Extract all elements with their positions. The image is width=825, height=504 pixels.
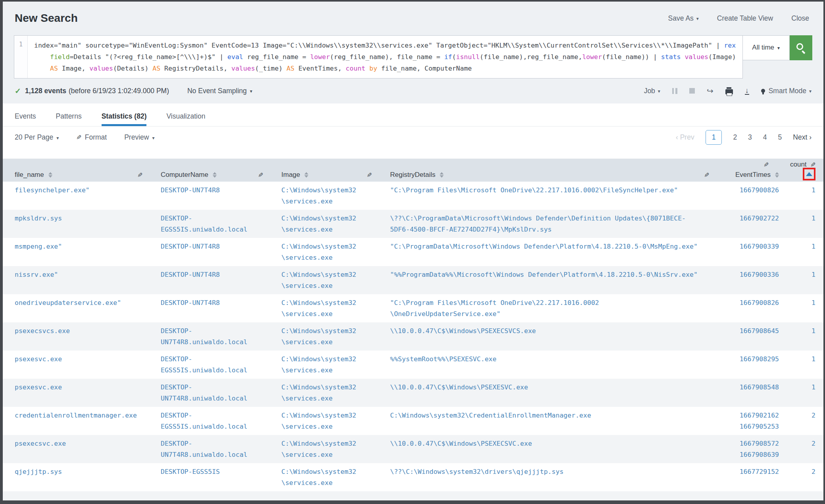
page-button-3[interactable]: 3 [748, 133, 752, 142]
cell-image[interactable]: C:\Windows\system32\services.exe [281, 269, 390, 292]
cell-file-name[interactable]: psexecsvcs.exe [15, 326, 161, 348]
column-header-event-times[interactable]: ✎ EventTimes [712, 159, 779, 182]
cell-event-times[interactable]: 1667908295 [712, 354, 779, 376]
cell-file-name[interactable]: msmpeng.exe" [15, 241, 161, 264]
cell-image[interactable]: C:\Windows\system32\services.exe [281, 382, 390, 404]
job-menu[interactable]: Job ▾ [644, 87, 660, 95]
cell-event-times[interactable]: 1667729152 [712, 466, 779, 489]
cell-count[interactable]: 1 [779, 382, 815, 404]
cell-computer-name[interactable]: DESKTOP-UN7T4R8.uniwaldo.local [161, 382, 281, 404]
cell-registry-details[interactable]: C:\Windows\system32\CredentialEnrollment… [390, 410, 712, 433]
per-page-menu[interactable]: 20 Per Page ▾ [15, 133, 59, 142]
cell-image[interactable]: C:\Windows\system32\services.exe [281, 297, 390, 320]
share-icon[interactable]: ↪ [707, 86, 713, 96]
cell-event-times[interactable]: 1667908645 [712, 326, 779, 348]
pencil-icon[interactable]: ✎ [367, 171, 372, 179]
cell-image[interactable]: C:\Windows\system32\services.exe [281, 241, 390, 264]
tab-visualization[interactable]: Visualization [166, 112, 205, 126]
pencil-icon[interactable]: ✎ [258, 171, 263, 179]
cell-image[interactable]: C:\Windows\system32\services.exe [281, 466, 390, 489]
cell-file-name[interactable]: psexecsvc.exe [15, 438, 161, 461]
cell-computer-name[interactable]: DESKTOP-EGSS5IS [161, 466, 281, 489]
sort-icon[interactable] [48, 172, 52, 178]
cell-file-name[interactable]: filesynchelper.exe" [15, 185, 161, 207]
cell-computer-name[interactable]: DESKTOP-UN7T4R8 [161, 297, 281, 320]
cell-count[interactable]: 1 [779, 354, 815, 376]
pencil-icon[interactable]: ✎ [137, 171, 142, 179]
cell-event-times[interactable]: 1667902722 [712, 213, 779, 236]
column-header-file-name[interactable]: file_name ✎ [15, 159, 161, 182]
cell-event-times[interactable]: 16679085721667908639 [712, 438, 779, 461]
pencil-icon[interactable]: ✎ [704, 171, 709, 179]
cell-file-name[interactable]: mpksldrv.sys [15, 213, 161, 236]
cell-file-name[interactable]: psexesvc.exe [15, 382, 161, 404]
column-header-computer-name[interactable]: ComputerName ✎ [161, 159, 281, 182]
create-table-view-button[interactable]: Create Table View [717, 14, 773, 23]
search-query[interactable]: index="main" sourcetype="WinEventLog:Sys… [28, 36, 742, 78]
cell-event-times[interactable]: 1667908548 [712, 382, 779, 404]
close-button[interactable]: Close [791, 14, 809, 23]
page-button-5[interactable]: 5 [778, 133, 782, 142]
cell-registry-details[interactable]: \\10.0.0.47\C$\Windows\PSEXECSVC.exe [390, 438, 712, 461]
page-button-4[interactable]: 4 [763, 133, 767, 142]
sort-icon[interactable] [440, 172, 444, 178]
cell-count[interactable]: 1 [779, 241, 815, 264]
cell-registry-details[interactable]: \\10.0.0.47\C$\Windows\PSEXESVC.exe [390, 382, 712, 404]
cell-registry-details[interactable]: "C:\Program Files\Microsoft OneDrive\22.… [390, 297, 712, 320]
cell-computer-name[interactable]: DESKTOP-UN7T4R8 [161, 241, 281, 264]
page-button-1[interactable]: 1 [706, 130, 722, 145]
sort-icon[interactable] [304, 172, 308, 178]
tab-statistics[interactable]: Statistics (82) [102, 112, 147, 126]
cell-image[interactable]: C:\Windows\system32\services.exe [281, 326, 390, 348]
cell-registry-details[interactable]: %%SystemRoot%%\PSEXESVC.exe [390, 354, 712, 376]
cell-computer-name[interactable]: DESKTOP-EGSS5IS.uniwaldo.local [161, 213, 281, 236]
save-as-button[interactable]: Save As ▾ [668, 14, 699, 23]
cell-image[interactable]: C:\Windows\system32\services.exe [281, 410, 390, 433]
pencil-icon[interactable]: ✎ [763, 161, 769, 169]
cell-registry-details[interactable]: \??\C:\Windows\system32\drivers\qjejjjtp… [390, 466, 712, 489]
cell-image[interactable]: C:\Windows\system32\services.exe [281, 213, 390, 236]
cell-count[interactable]: 1 [779, 185, 815, 207]
stop-icon[interactable] [689, 88, 695, 94]
cell-registry-details[interactable]: \\10.0.0.47\C$\Windows\PSEXECSVCS.exe [390, 326, 712, 348]
export-icon[interactable]: ↓ [745, 87, 749, 95]
cell-file-name[interactable]: onedriveupdaterservice.exe" [15, 297, 161, 320]
cell-event-times[interactable]: 1667900826 [712, 297, 779, 320]
cell-event-times[interactable]: 1667900826 [712, 185, 779, 207]
sort-icon[interactable] [213, 172, 217, 178]
column-header-registry-details[interactable]: RegistryDetails ✎ [390, 159, 712, 182]
next-page-button[interactable]: Next › [793, 133, 812, 142]
cell-count[interactable]: 1 [779, 326, 815, 348]
cell-count[interactable]: 1 [779, 269, 815, 292]
cell-computer-name[interactable]: DESKTOP-UN7T4R8.uniwaldo.local [161, 438, 281, 461]
sort-icon[interactable] [775, 172, 779, 178]
event-sampling-menu[interactable]: No Event Sampling ▾ [187, 87, 252, 95]
pause-icon[interactable] [672, 88, 677, 94]
cell-image[interactable]: C:\Windows\system32\services.exe [281, 185, 390, 207]
cell-file-name[interactable]: qjejjjtp.sys [15, 466, 161, 489]
cell-file-name[interactable]: psexesvc.exe [15, 354, 161, 376]
cell-image[interactable]: C:\Windows\system32\services.exe [281, 354, 390, 376]
cell-computer-name[interactable]: DESKTOP-EGSS5IS.uniwaldo.local [161, 410, 281, 433]
cell-registry-details[interactable]: "C:\Program Files\Microsoft OneDrive\22.… [390, 185, 712, 207]
cell-registry-details[interactable]: \??\C:\ProgramData\Microsoft\Windows Def… [390, 213, 712, 236]
cell-event-times[interactable]: 16679021621667905253 [712, 410, 779, 433]
cell-computer-name[interactable]: DESKTOP-UN7T4R8 [161, 185, 281, 207]
prev-page-button[interactable]: ‹ Prev [676, 133, 694, 142]
cell-image[interactable]: C:\Windows\system32\services.exe [281, 438, 390, 461]
cell-event-times[interactable]: 1667900336 [712, 269, 779, 292]
cell-count[interactable]: 1 [779, 297, 815, 320]
column-header-image[interactable]: Image ✎ [281, 159, 390, 182]
cell-computer-name[interactable]: DESKTOP-EGSS5IS.uniwaldo.local [161, 354, 281, 376]
cell-event-times[interactable]: 1667900339 [712, 241, 779, 264]
time-range-picker[interactable]: All time ▾ [743, 35, 790, 60]
cell-count[interactable]: 1 [779, 213, 815, 236]
print-icon[interactable] [725, 89, 733, 94]
column-header-count[interactable]: count ✎ [779, 159, 815, 182]
cell-registry-details[interactable]: "%%ProgramData%%\Microsoft\Windows Defen… [390, 269, 712, 292]
sort-ascending-icon[interactable] [806, 172, 812, 176]
cell-file-name[interactable]: credentialenrollmentmanager.exe [15, 410, 161, 433]
cell-registry-details[interactable]: "C:\ProgramData\Microsoft\Windows Defend… [390, 241, 712, 264]
cell-count[interactable]: 2 [779, 466, 815, 489]
search-mode-menu[interactable]: Smart Mode ▾ [761, 87, 812, 95]
